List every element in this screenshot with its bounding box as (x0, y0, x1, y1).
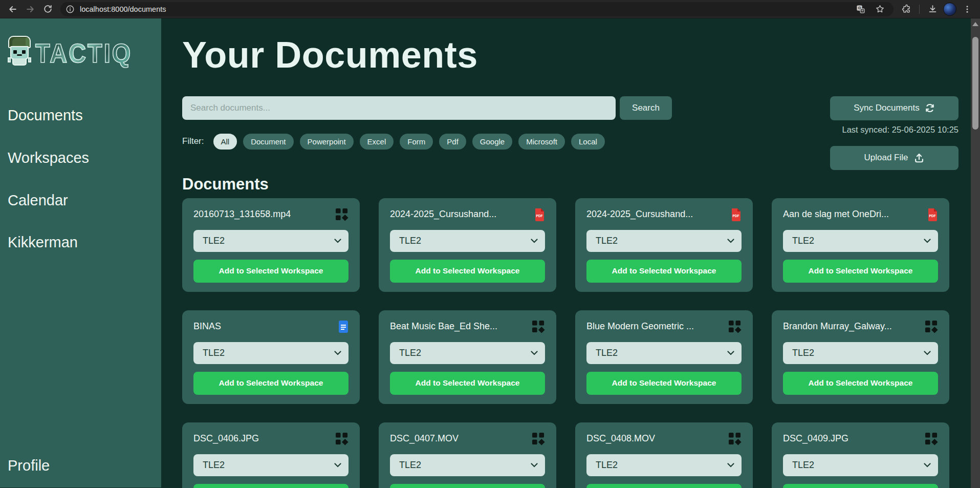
add-to-workspace-button[interactable]: Add to Selected Workspace (390, 484, 545, 488)
filter-chip-powerpoint[interactable]: Powerpoint (300, 134, 354, 150)
svg-text:PDF: PDF (733, 214, 739, 217)
workspace-select[interactable]: TLE2 (783, 230, 938, 252)
profile-avatar[interactable] (941, 2, 959, 17)
document-title: DSC_0409.JPG (783, 433, 848, 444)
document-title: 2024-2025_Cursushand... (586, 209, 693, 220)
document-card: Brandon Murray_Galway... TLE2 Add to Sel… (772, 310, 949, 404)
filter-chip-pdf[interactable]: Pdf (439, 134, 466, 150)
filter-label: Filter: (182, 136, 204, 146)
forward-icon[interactable] (21, 2, 39, 17)
url-text[interactable]: localhost:8000/documents (80, 5, 852, 13)
grid-icon (335, 208, 349, 221)
add-to-workspace-button[interactable]: Add to Selected Workspace (586, 260, 742, 283)
document-card: 20160713_131658.mp4 TLE2 Add to Selected… (182, 198, 360, 292)
refresh-icon[interactable] (39, 2, 56, 17)
add-to-workspace-button[interactable]: Add to Selected Workspace (783, 372, 938, 395)
filter-chip-local[interactable]: Local (571, 134, 605, 150)
upload-file-button[interactable]: Upload File (830, 146, 959, 170)
grid-icon (728, 320, 742, 333)
filter-chip-excel[interactable]: Excel (360, 134, 394, 150)
sidebar-item-profile[interactable]: Profile (8, 457, 50, 474)
filter-chip-google[interactable]: Google (472, 134, 512, 150)
svg-text:PDF: PDF (929, 214, 936, 217)
scrollbar-thumb[interactable] (972, 37, 978, 130)
document-card: DSC_0409.JPG TLE2 Add to Selected Worksp… (772, 422, 949, 488)
bookmark-star-icon[interactable] (871, 2, 888, 17)
add-to-workspace-button[interactable]: Add to Selected Workspace (193, 484, 349, 488)
document-title: Blue Modern Geometric ... (586, 321, 694, 332)
menu-kebab-icon[interactable] (959, 2, 976, 17)
workspace-select[interactable]: TLE2 (390, 230, 545, 252)
document-title: Aan de slag met OneDri... (783, 209, 889, 220)
sidebar-nav: Documents Workspaces Calendar Kikkerman (8, 107, 154, 251)
workspace-select[interactable]: TLE2 (193, 454, 349, 476)
workspace-select[interactable]: TLE2 (193, 230, 349, 252)
workspace-select[interactable]: TLE2 (586, 342, 742, 364)
grid-icon (925, 320, 938, 333)
document-title: 2024-2025_Cursushand... (390, 209, 496, 220)
document-card: Blue Modern Geometric ... TLE2 Add to Se… (575, 310, 753, 404)
add-to-workspace-button[interactable]: Add to Selected Workspace (783, 484, 938, 488)
workspace-select[interactable]: TLE2 (193, 342, 349, 364)
grid-icon (925, 432, 938, 445)
sidebar-item-documents[interactable]: Documents (8, 107, 154, 124)
add-to-workspace-button[interactable]: Add to Selected Workspace (390, 372, 545, 395)
search-button[interactable]: Search (620, 96, 672, 120)
pdf-icon: PDF (927, 208, 938, 221)
document-title: DSC_0408.MOV (586, 433, 655, 444)
document-card: DSC_0408.MOV TLE2 Add to Selected Worksp… (575, 422, 753, 488)
scrollbar-up-arrow[interactable] (972, 22, 978, 26)
sync-documents-button[interactable]: Sync Documents (830, 96, 959, 120)
doc-icon (338, 320, 349, 333)
page-title: Your Documents (182, 36, 959, 75)
document-card: Aan de slag met OneDri... PDF TLE2 Add t… (772, 198, 949, 292)
document-card: DSC_0406.JPG TLE2 Add to Selected Worksp… (182, 422, 360, 488)
document-title: DSC_0406.JPG (193, 433, 259, 444)
filter-bar: Filter: All Document Powerpoint Excel Fo… (182, 134, 672, 150)
filter-chip-document[interactable]: Document (243, 134, 293, 150)
workspace-select[interactable]: TLE2 (783, 342, 938, 364)
translate-icon[interactable]: G (852, 2, 869, 17)
document-card: Beat Music Bae_Ed She... TLE2 Add to Sel… (379, 310, 556, 404)
add-to-workspace-button[interactable]: Add to Selected Workspace (783, 260, 938, 283)
add-to-workspace-button[interactable]: Add to Selected Workspace (390, 260, 545, 283)
extensions-icon[interactable] (898, 2, 915, 17)
sidebar-item-workspaces[interactable]: Workspaces (8, 149, 154, 167)
filter-chip-microsoft[interactable]: Microsoft (518, 134, 565, 150)
back-icon[interactable] (4, 2, 21, 17)
svg-text:PDF: PDF (536, 214, 543, 217)
workspace-select[interactable]: TLE2 (390, 454, 545, 476)
main-content: Your Documents Search Filter: All Docume… (161, 18, 980, 487)
documents-section-title: Documents (182, 175, 959, 194)
workspace-select[interactable]: TLE2 (783, 454, 938, 476)
grid-icon (335, 432, 349, 445)
document-title: DSC_0407.MOV (390, 433, 459, 444)
address-bar[interactable]: localhost:8000/documents G (60, 2, 894, 16)
sidebar-item-kikkerman[interactable]: Kikkerman (8, 234, 154, 251)
filter-chip-all[interactable]: All (213, 134, 237, 150)
document-title: Brandon Murray_Galway... (783, 321, 892, 332)
search-input[interactable] (182, 96, 616, 120)
add-to-workspace-button[interactable]: Add to Selected Workspace (586, 484, 742, 488)
upload-icon (913, 152, 925, 163)
site-info-icon[interactable] (66, 5, 75, 14)
documents-grid: 20160713_131658.mp4 TLE2 Add to Selected… (182, 198, 959, 488)
pdf-icon: PDF (534, 208, 545, 221)
add-to-workspace-button[interactable]: Add to Selected Workspace (193, 260, 349, 283)
document-title: Beat Music Bae_Ed She... (390, 321, 497, 332)
add-to-workspace-button[interactable]: Add to Selected Workspace (193, 372, 349, 395)
grid-icon (728, 432, 742, 445)
frog-mascot-icon (8, 35, 31, 67)
download-icon[interactable] (924, 2, 941, 17)
sidebar-item-calendar[interactable]: Calendar (8, 192, 154, 209)
workspace-select[interactable]: TLE2 (586, 454, 742, 476)
document-card: 2024-2025_Cursushand... PDF TLE2 Add to … (379, 198, 556, 292)
workspace-select[interactable]: TLE2 (390, 342, 545, 364)
filter-chip-form[interactable]: Form (400, 134, 433, 150)
workspace-select[interactable]: TLE2 (586, 230, 742, 252)
document-title: 20160713_131658.mp4 (193, 209, 291, 220)
browser-chrome: localhost:8000/documents G (0, 0, 980, 18)
document-title: BINAS (193, 321, 221, 332)
page-scrollbar[interactable] (971, 18, 980, 488)
add-to-workspace-button[interactable]: Add to Selected Workspace (586, 372, 742, 395)
